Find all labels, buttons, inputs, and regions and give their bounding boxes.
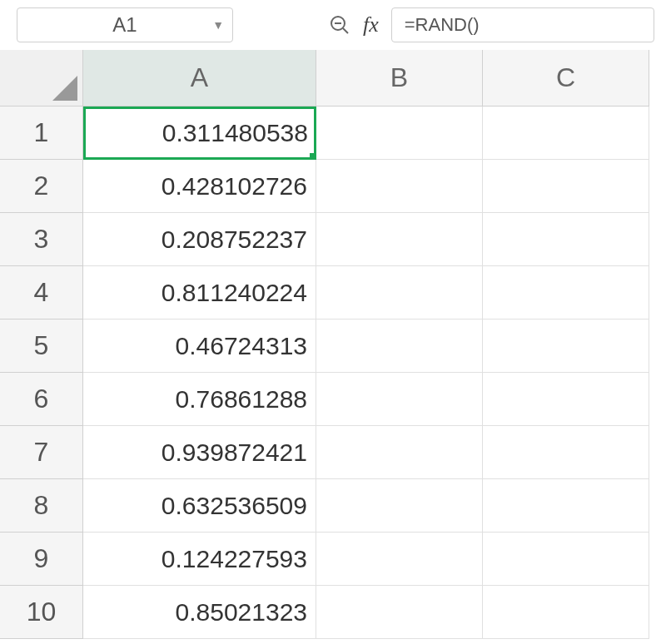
row-header-3[interactable]: 3	[0, 213, 83, 266]
formula-value: =RAND()	[405, 14, 480, 36]
cell-b8[interactable]	[316, 479, 483, 533]
table-row: 70.939872421	[0, 426, 671, 479]
name-box-value: A1	[112, 13, 137, 37]
cell-a7[interactable]: 0.939872421	[83, 426, 316, 479]
row-header-7[interactable]: 7	[0, 426, 83, 479]
cell-c7[interactable]	[483, 426, 649, 479]
zoom-out-icon[interactable]	[329, 14, 350, 36]
formula-bar: A1 ▼ fx =RAND()	[0, 0, 671, 50]
cell-c4[interactable]	[483, 266, 649, 320]
column-header-c[interactable]: C	[483, 50, 649, 107]
cell-a8[interactable]: 0.632536509	[83, 479, 316, 533]
cell-a6[interactable]: 0.76861288	[83, 373, 316, 426]
chevron-down-icon[interactable]: ▼	[212, 18, 224, 32]
row-header-5[interactable]: 5	[0, 320, 83, 373]
cell-b1[interactable]	[316, 107, 483, 160]
column-header-a[interactable]: A	[83, 50, 316, 107]
cell-b6[interactable]	[316, 373, 483, 426]
cell-c6[interactable]	[483, 373, 649, 426]
cell-b10[interactable]	[316, 586, 483, 639]
table-row: 30.208752237	[0, 213, 671, 266]
row-header-6[interactable]: 6	[0, 373, 83, 426]
cell-b5[interactable]	[316, 320, 483, 373]
row-header-1[interactable]: 1	[0, 107, 83, 160]
cell-c9[interactable]	[483, 533, 649, 586]
cell-a5[interactable]: 0.46724313	[83, 320, 316, 373]
cell-c10[interactable]	[483, 586, 649, 639]
table-row: 10.311480538	[0, 107, 671, 160]
table-row: 80.632536509	[0, 479, 671, 533]
cell-a10[interactable]: 0.85021323	[83, 586, 316, 639]
cell-b4[interactable]	[316, 266, 483, 320]
cell-a2[interactable]: 0.428102726	[83, 160, 316, 213]
cell-a4[interactable]: 0.811240224	[83, 266, 316, 320]
cell-a3[interactable]: 0.208752237	[83, 213, 316, 266]
table-row: 50.46724313	[0, 320, 671, 373]
table-row: 100.85021323	[0, 586, 671, 639]
cell-c1[interactable]	[483, 107, 649, 160]
table-row: 20.428102726	[0, 160, 671, 213]
column-header-b[interactable]: B	[316, 50, 483, 107]
row-header-2[interactable]: 2	[0, 160, 83, 213]
row-header-9[interactable]: 9	[0, 533, 83, 586]
fx-button[interactable]: fx	[363, 12, 379, 37]
name-box[interactable]: A1 ▼	[17, 7, 233, 42]
svg-line-1	[343, 28, 348, 33]
cell-a9[interactable]: 0.124227593	[83, 533, 316, 586]
cell-b9[interactable]	[316, 533, 483, 586]
column-header-row: ABC	[0, 50, 671, 107]
table-row: 40.811240224	[0, 266, 671, 320]
cell-c8[interactable]	[483, 479, 649, 533]
row-header-8[interactable]: 8	[0, 479, 83, 533]
table-row: 90.124227593	[0, 533, 671, 586]
cell-c5[interactable]	[483, 320, 649, 373]
cell-c3[interactable]	[483, 213, 649, 266]
cell-b3[interactable]	[316, 213, 483, 266]
formula-input[interactable]: =RAND()	[391, 7, 654, 42]
cell-a1[interactable]: 0.311480538	[83, 107, 316, 160]
table-row: 60.76861288	[0, 373, 671, 426]
cell-b7[interactable]	[316, 426, 483, 479]
select-all-corner[interactable]	[0, 50, 83, 107]
cell-c2[interactable]	[483, 160, 649, 213]
spreadsheet-grid: ABC 10.31148053820.42810272630.208752237…	[0, 50, 671, 639]
row-header-10[interactable]: 10	[0, 586, 83, 639]
row-header-4[interactable]: 4	[0, 266, 83, 320]
select-all-triangle-icon	[52, 76, 77, 101]
cell-b2[interactable]	[316, 160, 483, 213]
